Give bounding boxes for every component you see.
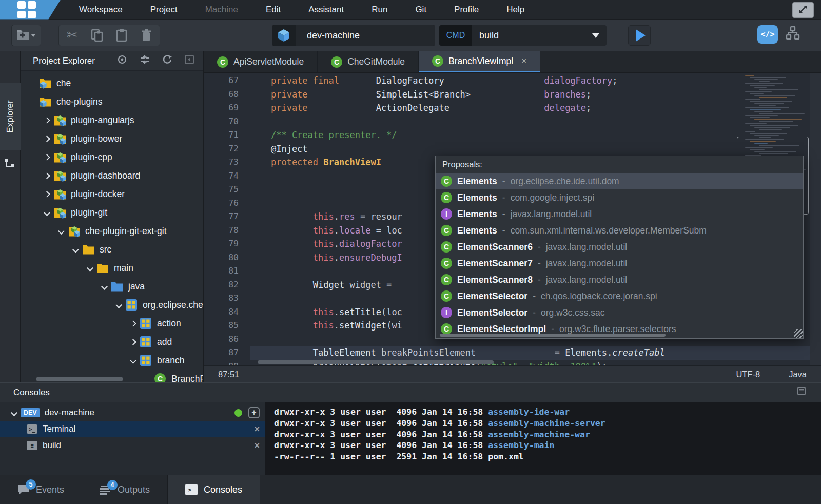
- menu-item-workspace[interactable]: Workspace: [79, 5, 123, 15]
- tree-item-add[interactable]: add: [21, 333, 203, 351]
- file-encoding[interactable]: UTF-8: [736, 370, 760, 379]
- expander-right-icon[interactable]: [40, 173, 53, 178]
- new-project-button[interactable]: [11, 25, 41, 46]
- machine-selector[interactable]: dev-machine: [272, 25, 435, 46]
- code-token: ensureDebugI: [339, 253, 402, 263]
- bottom-tab-consoles[interactable]: >_Consoles: [167, 475, 260, 504]
- run-command-button[interactable]: [628, 25, 651, 46]
- tree-item-plugin-cpp[interactable]: plugin-cpp: [21, 148, 203, 166]
- explorer-rail-tab[interactable]: Explorer: [0, 83, 21, 150]
- tab-branchviewimpl[interactable]: CBranchViewImpl×: [419, 51, 540, 72]
- expander-right-icon[interactable]: [40, 155, 53, 160]
- proposal-item[interactable]: CElementScanner7-javax.lang.model.util: [436, 255, 803, 272]
- console-process-terminal[interactable]: >_Terminal×: [0, 421, 265, 437]
- overview-ruler[interactable]: [810, 73, 821, 365]
- proposal-item[interactable]: CElementScanner6-javax.lang.model.util: [436, 239, 803, 255]
- expander-right-icon[interactable]: [40, 192, 53, 197]
- console-machine-row[interactable]: DEVdev-machine+: [0, 404, 265, 421]
- refresh-button[interactable]: [162, 54, 172, 67]
- project-perspective-button[interactable]: [785, 26, 800, 43]
- events-icon: 5: [17, 484, 30, 495]
- tree-item-src[interactable]: src: [21, 240, 203, 259]
- tree-item-che-plugins[interactable]: che-plugins: [21, 92, 203, 111]
- code-editor[interactable]: 6768697071727374757677787980818283848586…: [204, 73, 821, 365]
- delete-button[interactable]: [139, 29, 153, 42]
- terminal-filename: assembly-machine-war: [488, 430, 590, 439]
- close-process-icon[interactable]: ×: [254, 424, 260, 435]
- tree-item-plugin-angularjs[interactable]: plugin-angularjs: [21, 111, 203, 129]
- expander-down-icon[interactable]: [54, 229, 68, 234]
- console-process-build[interactable]: ≡build×: [0, 437, 265, 454]
- menu-item-assistant[interactable]: Assistant: [308, 5, 344, 15]
- hierarchy-icon[interactable]: [5, 158, 15, 170]
- expander-right-icon[interactable]: [126, 321, 140, 326]
- proposal-item[interactable]: CElements-com.sun.xml.internal.ws.develo…: [436, 222, 803, 239]
- expander-down-icon[interactable]: [97, 284, 111, 289]
- cut-button[interactable]: ✂: [65, 27, 80, 43]
- menu-item-git[interactable]: Git: [415, 5, 426, 15]
- command-select[interactable]: build: [472, 25, 607, 46]
- proposal-item[interactable]: CElementSelector-ch.qos.logback.core.jor…: [436, 288, 803, 304]
- tab-apiservletmodule[interactable]: CApiServletModule: [204, 51, 318, 72]
- tree-item-che[interactable]: che: [21, 74, 203, 92]
- close-process-icon[interactable]: ×: [254, 440, 260, 451]
- proposal-item[interactable]: CElementScanner8-javax.lang.model.util: [436, 272, 803, 288]
- tree-item-org.eclipse.che[interactable]: org.eclipse.che: [21, 296, 203, 314]
- proposal-item[interactable]: IElements-javax.lang.model.util: [436, 206, 803, 222]
- editor-horizontal-scrollbar[interactable]: [258, 360, 494, 364]
- tree-item-label: che-plugins: [56, 96, 103, 107]
- tree-item-plugin-dashboard[interactable]: plugin-dashboard: [21, 166, 203, 185]
- file-language[interactable]: Java: [789, 370, 807, 379]
- tree-item-plugin-bower[interactable]: plugin-bower: [21, 129, 203, 148]
- bottom-tab-outputs[interactable]: 4Outputs: [82, 475, 167, 504]
- expander-down-icon[interactable]: [126, 358, 140, 363]
- menu-item-help[interactable]: Help: [506, 5, 524, 15]
- menu-item-edit[interactable]: Edit: [266, 5, 281, 15]
- tree-item-action[interactable]: action: [21, 314, 203, 333]
- add-process-button[interactable]: +: [248, 407, 260, 418]
- popup-horizontal-scrollbar[interactable]: [440, 334, 666, 337]
- proposal-package: javax.lang.model.util: [511, 209, 592, 220]
- copy-button[interactable]: [90, 29, 104, 42]
- expander-right-icon[interactable]: [126, 340, 140, 344]
- bottom-tab-events[interactable]: 5Events: [0, 475, 82, 504]
- expander-down-icon[interactable]: [69, 247, 82, 252]
- line-number: 84: [204, 305, 250, 319]
- terminal-output[interactable]: drwxr-xr-x 3 user user 4096 Jan 14 16:58…: [265, 402, 821, 475]
- paste-button[interactable]: [114, 29, 129, 42]
- tree-item-main[interactable]: main: [21, 259, 203, 277]
- expander-down-icon[interactable]: [40, 210, 53, 215]
- tree-item-label: branch: [157, 355, 185, 366]
- proposal-item[interactable]: IElementSelector-org.w3c.css.sac: [436, 304, 803, 321]
- minimize-panel-button[interactable]: [185, 55, 194, 67]
- proposal-item[interactable]: CElements-com.google.inject.spi: [436, 189, 803, 206]
- tree-item-branch[interactable]: branch: [21, 351, 203, 370]
- expander-right-icon[interactable]: [40, 118, 53, 123]
- code-token: [308, 89, 376, 100]
- expander-down-icon[interactable]: [7, 411, 21, 415]
- tree-item-plugin-git[interactable]: plugin-git: [21, 203, 203, 222]
- tree-item-plugin-docker[interactable]: plugin-docker: [21, 185, 203, 203]
- maximize-panel-button[interactable]: [797, 387, 806, 398]
- proposal-item[interactable]: CElements-org.eclipse.che.ide.util.dom: [436, 173, 803, 189]
- popup-resize-handle[interactable]: [794, 329, 803, 338]
- menu-item-profile[interactable]: Profile: [454, 5, 479, 15]
- code-token: private: [250, 89, 308, 100]
- tab-chegitmodule[interactable]: CCheGitModule: [318, 51, 419, 72]
- menu-item-run[interactable]: Run: [372, 5, 387, 15]
- editor-perspective-button[interactable]: </>: [757, 25, 778, 44]
- expander-right-icon[interactable]: [40, 137, 53, 141]
- che-logo-icon[interactable]: [0, 0, 61, 20]
- tree-item-java[interactable]: java: [21, 277, 203, 296]
- class-icon: C: [441, 176, 452, 187]
- expander-down-icon[interactable]: [83, 266, 96, 270]
- folderB-icon: [111, 280, 124, 293]
- explorer-horizontal-scrollbar[interactable]: [36, 377, 123, 381]
- toggle-fullscreen-button[interactable]: [792, 2, 814, 18]
- menu-item-project[interactable]: Project: [150, 5, 178, 15]
- scroll-from-source-button[interactable]: [117, 54, 127, 67]
- close-tab-icon[interactable]: ×: [521, 56, 526, 66]
- collapse-all-button[interactable]: [140, 54, 150, 67]
- expander-down-icon[interactable]: [112, 303, 125, 307]
- tree-item-che-plugin-git-ext-git[interactable]: che-plugin-git-ext-git: [21, 222, 203, 240]
